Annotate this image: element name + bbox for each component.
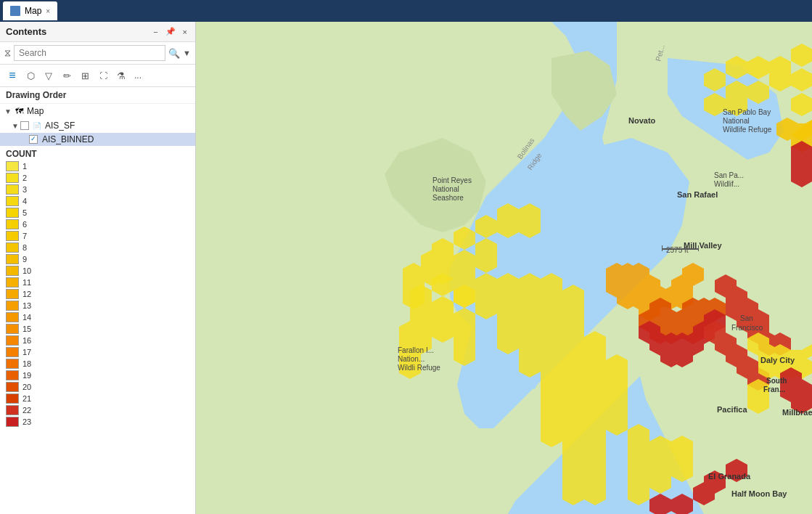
legend-value-label: 10: [22, 266, 31, 275]
map-layer-icon: 🗺: [13, 105, 25, 117]
sidebar-pin-btn[interactable]: 📌: [163, 26, 178, 37]
legend-item: 15: [6, 323, 189, 335]
search-dropdown-icon[interactable]: ▼: [183, 49, 191, 57]
layer-btn[interactable]: ⬡: [22, 68, 38, 83]
svg-text:San Pablo Bay: San Pablo Bay: [723, 108, 771, 116]
legend-swatch: [6, 289, 19, 299]
legend-value-label: 18: [22, 359, 31, 368]
svg-text:Pacifica: Pacifica: [717, 405, 747, 414]
search-submit-icon[interactable]: 🔍: [168, 48, 180, 59]
tree-item-ais-binned[interactable]: AIS_BINNED: [0, 133, 195, 146]
legend-item: 22: [6, 404, 189, 416]
svg-text:Fran...: Fran...: [763, 386, 785, 393]
sidebar-scroll-area[interactable]: ▼ 🗺 Map ▼ 📄 AIS_SF AIS_BINNED COUNT 1234…: [0, 104, 195, 514]
svg-rect-255: [662, 245, 663, 251]
ais-binned-checkbox[interactable]: [29, 135, 38, 144]
legend-swatch: [6, 347, 19, 357]
more-tools-btn[interactable]: ...: [131, 69, 144, 82]
tools-btn[interactable]: ⚗: [113, 68, 129, 83]
svg-text:San: San: [740, 314, 753, 322]
svg-text:Wildli Refuge: Wildli Refuge: [398, 364, 440, 372]
legend-item: 8: [6, 242, 189, 253]
svg-text:Nation...: Nation...: [398, 355, 425, 363]
sidebar: Contents − 📌 × ⧖ 🔍 ▼ ≡ ⬡ ▽ ✏ ⊞ ⛶ ⚗ ... D: [0, 22, 196, 514]
count-label: COUNT: [6, 146, 189, 160]
legend-item: 18: [6, 358, 189, 370]
legend-value-label: 8: [22, 243, 27, 252]
svg-text:Wildlif...: Wildlif...: [714, 180, 739, 188]
legend-swatch: [6, 301, 19, 311]
search-input[interactable]: [14, 45, 165, 61]
legend-value-label: 4: [22, 197, 27, 205]
legend-swatch: [6, 161, 19, 171]
svg-rect-256: [698, 245, 699, 251]
map-area[interactable]: Fairfield Vallejo Benicia Martinez Conco…: [196, 22, 812, 514]
sidebar-title: Contents: [6, 26, 46, 37]
legend-swatch: [6, 196, 19, 206]
legend-swatch: [6, 277, 19, 287]
sidebar-close-btn[interactable]: ×: [181, 27, 189, 37]
expand-map-icon[interactable]: ▼: [3, 106, 13, 116]
legend-item: 19: [6, 370, 189, 381]
tree-item-map[interactable]: ▼ 🗺 Map: [0, 104, 195, 118]
legend-value-label: 5: [22, 208, 27, 217]
legend-item: 16: [6, 335, 189, 346]
expand-ais-binned-icon[interactable]: [19, 134, 29, 144]
list-view-btn[interactable]: ≡: [4, 68, 20, 83]
legend-value-label: 23: [22, 417, 31, 426]
legend-item: 5: [6, 207, 189, 219]
legend-swatch: [6, 382, 19, 392]
legend-value-label: 21: [22, 394, 31, 403]
legend-value-label: 9: [22, 255, 27, 264]
legend-value-label: 6: [22, 220, 27, 229]
legend-value-label: 17: [22, 348, 31, 356]
search-bar: ⧖ 🔍 ▼: [0, 42, 195, 65]
legend-item: 6: [6, 219, 189, 230]
svg-text:Francisco: Francisco: [731, 324, 763, 332]
legend-swatch: [6, 254, 19, 264]
legend-value-label: 15: [22, 325, 31, 333]
map-tab[interactable]: Map ×: [3, 1, 57, 20]
svg-text:Farallon I...: Farallon I...: [398, 346, 434, 354]
legend-swatch: [6, 324, 19, 334]
sidebar-window-controls: − 📌 ×: [151, 26, 189, 37]
legend-value-label: 7: [22, 232, 27, 240]
legend-item: 3: [6, 184, 189, 195]
legend-swatch: [6, 417, 19, 427]
filter-btn[interactable]: ▽: [41, 68, 57, 83]
map-tab-close[interactable]: ×: [46, 7, 50, 15]
legend-value-label: 20: [22, 383, 31, 391]
expand-ais-sf-icon[interactable]: ▼: [10, 121, 20, 131]
map-tab-label: Map: [25, 6, 41, 16]
legend-item: 13: [6, 300, 189, 311]
legend-swatch: [6, 173, 19, 183]
legend-value-label: 19: [22, 371, 31, 380]
legend-swatch: [6, 184, 19, 195]
sidebar-minimize-btn[interactable]: −: [151, 27, 160, 37]
legend-swatch: [6, 393, 19, 404]
symbol-btn[interactable]: ⛶: [95, 68, 111, 83]
legend-value-label: 2: [22, 174, 27, 182]
svg-text:San Pa...: San Pa...: [714, 171, 744, 179]
svg-text:2575 ft: 2575 ft: [666, 246, 689, 254]
legend-value-label: 11: [22, 278, 31, 287]
legend-item: 1: [6, 160, 189, 172]
svg-text:South: South: [766, 377, 787, 385]
ais-sf-checkbox[interactable]: [20, 121, 29, 130]
legend-items-list: 1234567891011121314151617181920212223: [6, 160, 189, 428]
main-content: Contents − 📌 × ⧖ 🔍 ▼ ≡ ⬡ ▽ ✏ ⊞ ⛶ ⚗ ... D: [0, 22, 812, 514]
filter-icon: ⧖: [4, 47, 11, 59]
legend-item: 20: [6, 381, 189, 393]
tree-item-ais-sf[interactable]: ▼ 📄 AIS_SF: [0, 118, 195, 133]
legend-swatch: [6, 312, 19, 322]
legend-item: 23: [6, 416, 189, 428]
svg-text:Wildlife Refuge: Wildlife Refuge: [723, 126, 772, 134]
legend-item: 2: [6, 172, 189, 184]
grid-btn[interactable]: ⊞: [77, 68, 93, 83]
drawing-order-label: Drawing Order: [0, 87, 195, 104]
edit-btn[interactable]: ✏: [59, 68, 75, 83]
legend-section: COUNT 1234567891011121314151617181920212…: [0, 146, 195, 428]
legend-value-label: 12: [22, 290, 31, 298]
legend-swatch: [6, 335, 19, 346]
sidebar-toolbar: ≡ ⬡ ▽ ✏ ⊞ ⛶ ⚗ ...: [0, 65, 195, 87]
